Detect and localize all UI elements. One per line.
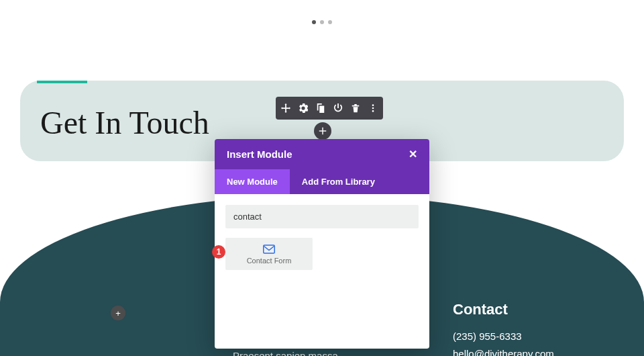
modal-header: Insert Module ✕ xyxy=(215,139,429,169)
add-module-button[interactable] xyxy=(314,122,331,140)
duplicate-icon[interactable] xyxy=(316,103,325,113)
mail-icon xyxy=(228,244,310,254)
more-icon[interactable] xyxy=(368,103,378,113)
hero-accent-bar xyxy=(37,81,87,83)
module-results-grid: Contact Form xyxy=(225,238,419,270)
footer-text-snippet: Praesent sapien massa xyxy=(233,350,338,356)
power-icon[interactable] xyxy=(333,103,343,113)
svg-point-2 xyxy=(372,110,374,112)
svg-point-1 xyxy=(372,107,374,109)
modal-title: Insert Module xyxy=(227,148,292,160)
close-icon[interactable]: ✕ xyxy=(409,148,417,161)
module-search-input[interactable] xyxy=(225,205,419,228)
tab-new-module[interactable]: New Module xyxy=(215,169,290,194)
svg-point-0 xyxy=(372,104,374,106)
pagination-dots[interactable] xyxy=(312,20,332,24)
move-icon[interactable] xyxy=(281,103,290,113)
tab-add-from-library[interactable]: Add From Library xyxy=(290,169,387,194)
dot[interactable] xyxy=(320,20,324,24)
contact-phone: (235) 955-6333 xyxy=(453,328,554,345)
insert-module-modal: Insert Module ✕ New Module Add From Libr… xyxy=(215,139,429,349)
dot[interactable] xyxy=(328,20,332,24)
modal-body: Contact Form xyxy=(215,194,429,349)
module-contact-form[interactable]: Contact Form xyxy=(225,238,313,270)
module-toolbar xyxy=(276,97,383,120)
contact-block: Contact (235) 955-6333 hello@divitherapy… xyxy=(453,301,554,356)
module-label: Contact Form xyxy=(228,257,310,265)
modal-tabs: New Module Add From Library xyxy=(215,169,429,194)
dot[interactable] xyxy=(312,20,316,24)
add-section-button[interactable]: + xyxy=(111,306,125,320)
svg-rect-3 xyxy=(264,245,275,253)
contact-heading: Contact xyxy=(453,301,554,318)
trash-icon[interactable] xyxy=(351,103,360,113)
contact-email: hello@divitherapy.com xyxy=(453,345,554,357)
annotation-badge-1: 1 xyxy=(212,245,225,259)
gear-icon[interactable] xyxy=(299,103,308,113)
